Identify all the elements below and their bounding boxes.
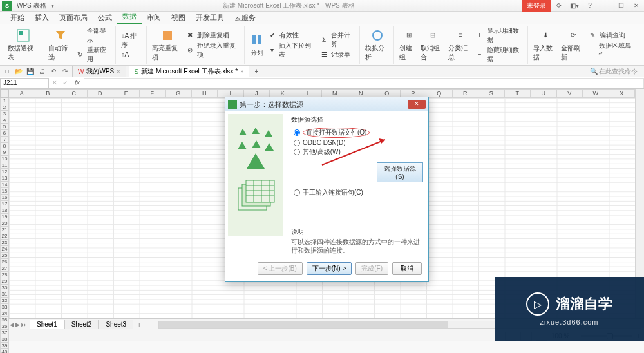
col-header-V[interactable]: V [557,89,583,98]
row-header-3[interactable]: 3 [0,111,9,117]
col-header-U[interactable]: U [531,89,557,98]
row-header-1[interactable]: 1 [0,98,9,104]
sort-desc-button[interactable]: ↑A [121,50,142,59]
row-header-20[interactable]: 20 [0,220,9,227]
insert-dropdown-button[interactable]: ▾插入下拉列表 [268,41,316,60]
ungroup-button[interactable]: ⊟取消组合 [421,28,445,62]
sync-icon[interactable]: ⟳ [551,0,567,12]
row-header-25[interactable]: 25 [0,253,9,259]
row-header-29[interactable]: 29 [0,278,9,285]
row-header-34[interactable]: 34 [0,310,9,317]
select-all-corner[interactable] [0,89,9,98]
row-header-6[interactable]: 6 [0,130,9,137]
row-header-38[interactable]: 38 [0,336,9,343]
subtotal-button[interactable]: ≡分类汇总 [448,28,473,62]
menu-data[interactable]: 数据 [117,10,142,24]
radio-other[interactable]: 其他/高级(W) [291,147,423,157]
row-header-27[interactable]: 27 [0,265,9,272]
confirm-fn-icon[interactable]: ✓ [60,79,71,87]
pivot-table-button[interactable]: 数据透视表 [8,28,39,62]
reapply-button[interactable]: ↻重新应用 [76,45,112,64]
row-header-31[interactable]: 31 [0,291,9,298]
close-button[interactable]: ✕ [629,0,644,12]
refresh-all-button[interactable]: ⟳全部刷新 [561,28,585,62]
cancel-fn-icon[interactable]: ✕ [49,79,60,87]
col-header-A[interactable]: A [9,89,35,98]
col-header-D[interactable]: D [88,89,114,98]
validation-button[interactable]: ✔有效性 [268,30,316,41]
sheet-tab-3[interactable]: Sheet3 [99,320,133,329]
close-icon[interactable]: × [240,68,243,75]
whatif-button[interactable]: 模拟分析 [365,28,390,62]
col-header-W[interactable]: W [583,89,609,98]
sheet-tab-1[interactable]: Sheet1 [30,320,64,329]
col-header-B[interactable]: B [35,89,62,98]
row-header-19[interactable]: 19 [0,214,9,220]
radio-open-file[interactable]: 直接打开数据文件(O) [291,127,423,138]
data-range-prop-button[interactable]: ☷数据区域属性 [588,41,636,60]
highlight-dup-button[interactable]: 高亮重复项 [152,28,183,62]
row-header-2[interactable]: 2 [0,104,9,111]
sheet-nav-last[interactable]: ⏭ [21,321,27,328]
row-header-8[interactable]: 8 [0,143,9,149]
fx-icon[interactable]: fx [71,79,84,86]
search-commands[interactable]: 🔍在此查找命令 [590,67,641,76]
minimize-button[interactable]: — [598,0,613,12]
menu-formula[interactable]: 公式 [93,12,117,24]
row-header-5[interactable]: 5 [0,124,9,130]
maximize-button[interactable]: ☐ [613,0,629,12]
new-icon[interactable]: □ [3,67,12,76]
radio-manual-input[interactable] [294,189,300,196]
save-icon[interactable]: 💾 [26,67,35,76]
row-header-24[interactable]: 24 [0,246,9,253]
row-header-36[interactable]: 36 [0,323,9,330]
col-header-S[interactable]: S [478,89,505,98]
radio-odbc[interactable]: ODBC DSN(D) [291,138,423,147]
sheet-nav-next[interactable]: ▶ [15,321,20,328]
sort-asc-button[interactable]: ↓A 排序 [121,31,142,50]
col-header-X[interactable]: X [609,89,636,98]
consolidate-button[interactable]: Σ合并计算 [319,30,355,50]
menu-view[interactable]: 视图 [166,12,191,24]
row-headers[interactable]: 1234567891011121314151617181920212223242… [0,98,9,318]
hide-detail-button[interactable]: −隐藏明细数据 [475,45,524,64]
cancel-button[interactable]: 取消 [392,262,422,275]
undo-icon[interactable]: ↶ [49,67,58,76]
row-header-17[interactable]: 17 [0,201,9,207]
row-header-15[interactable]: 15 [0,188,9,195]
row-header-30[interactable]: 30 [0,285,9,291]
dialog-close-button[interactable]: ✕ [408,100,426,109]
row-header-33[interactable]: 33 [0,304,9,310]
menu-pagelayout[interactable]: 页面布局 [54,12,93,24]
login-badge[interactable]: 未登录 [522,0,551,12]
row-header-11[interactable]: 11 [0,162,9,169]
add-sheet-button[interactable]: + [133,321,145,329]
sheet-nav-prev[interactable]: ◀ [10,321,14,328]
theme-icon[interactable]: ◧▾ [567,0,582,12]
row-header-35[interactable]: 35 [0,317,9,323]
row-header-28[interactable]: 28 [0,272,9,278]
edit-query-button[interactable]: ✎编辑查询 [588,30,636,41]
print-icon[interactable]: 🖨 [37,67,46,76]
row-header-22[interactable]: 22 [0,233,9,240]
col-header-T[interactable]: T [505,89,531,98]
formula-input[interactable] [84,78,644,88]
col-header-Q[interactable]: Q [426,89,453,98]
row-header-26[interactable]: 26 [0,259,9,265]
row-header-23[interactable]: 23 [0,240,9,246]
col-header-H[interactable]: H [192,89,218,98]
close-icon[interactable]: × [117,68,120,75]
row-header-21[interactable]: 21 [0,227,9,233]
redo-icon[interactable]: ↷ [61,67,70,76]
show-all-button[interactable]: ☰全部显示 [76,26,112,45]
col-header-C[interactable]: C [61,89,88,98]
radio-other-input[interactable] [294,149,300,155]
col-header-R[interactable]: R [453,89,479,98]
row-header-18[interactable]: 18 [0,207,9,214]
menu-review[interactable]: 审阅 [142,12,166,24]
open-icon[interactable]: 📂 [14,67,23,76]
row-header-16[interactable]: 16 [0,195,9,201]
auto-filter-button[interactable]: 自动筛选 [48,28,73,62]
col-header-G[interactable]: G [166,89,192,98]
row-header-14[interactable]: 14 [0,182,9,188]
